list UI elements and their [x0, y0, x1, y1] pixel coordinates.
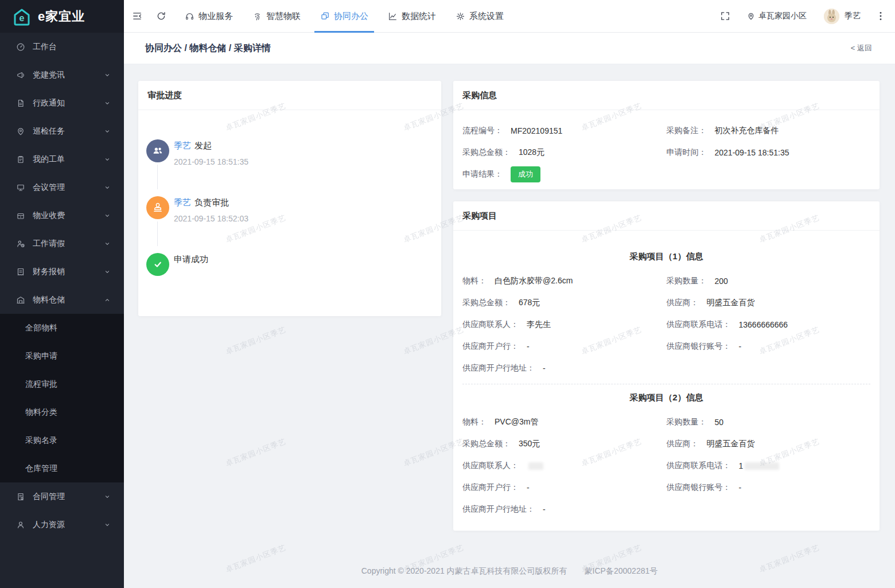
tab-statistics[interactable]: 数据统计	[387, 0, 437, 33]
sidebar-item-label: 物料仓储	[33, 295, 103, 305]
chevron-down-icon	[103, 155, 111, 163]
sidebar-item-label: 会议管理	[33, 182, 103, 193]
field-label: 采购备注：	[667, 126, 707, 136]
headset-icon	[185, 11, 194, 21]
chevron-down-icon	[103, 268, 111, 276]
stats-icon	[388, 11, 398, 21]
field-label: 供应商开户行：	[462, 341, 519, 352]
sidebar-subitem-purchase-request[interactable]: 采购申请	[0, 342, 124, 370]
field-item-amount: 采购总金额： 350元	[462, 433, 667, 455]
warehouse-icon	[16, 295, 25, 305]
purchase-info-card: 采购信息 流程编号： MF202109151 采购备注： 初次补充仓库备件 采购…	[453, 81, 880, 189]
sidebar-item-meeting[interactable]: 会议管理	[0, 173, 124, 201]
tab-label: 协同办公	[334, 11, 368, 22]
community-selector[interactable]: 卓瓦家园小区	[746, 11, 807, 21]
fullscreen-icon[interactable]	[720, 11, 730, 21]
tab-smart-iot[interactable]: 智慧物联	[251, 0, 302, 33]
item-section-title: 采购项目（2）信息	[453, 392, 880, 403]
chevron-down-icon	[103, 521, 111, 529]
users-icon	[146, 139, 169, 162]
sidebar-item-workorder[interactable]: 我的工单	[0, 145, 124, 173]
sidebar-menu: 工作台 党建党讯 行政通知 巡检任务 我的工单 会议管理	[0, 33, 124, 539]
sidebar-item-label: 行政通知	[33, 98, 103, 108]
sidebar-item-contract[interactable]: 合同管理	[0, 482, 124, 511]
field-label: 采购总金额：	[462, 298, 511, 308]
stamp-icon	[146, 196, 169, 219]
field-process-number: 流程编号： MF202109151	[462, 120, 667, 142]
approval-timeline: 季艺发起 2021-09-15 18:51:35 季艺负责审批 2021-09-…	[138, 110, 441, 266]
sidebar-item-admin-notice[interactable]: 行政通知	[0, 89, 124, 117]
redacted-blur	[528, 462, 543, 470]
field-label: 申请时间：	[667, 147, 707, 158]
approver-name-link[interactable]: 季艺	[174, 197, 191, 207]
sidebar-subitem-approval-flow[interactable]: 流程审批	[0, 370, 124, 398]
sidebar-item-reimburse[interactable]: 财务报销	[0, 258, 124, 286]
chevron-down-icon	[103, 127, 111, 135]
field-label: 供应商联系人：	[462, 461, 519, 471]
tab-collaboration[interactable]: 协同办公	[319, 0, 369, 33]
sidebar-subitem-warehouse-mgmt[interactable]: 仓库管理	[0, 454, 124, 482]
field-supplier-contact: 供应商联系人：	[462, 455, 667, 477]
field-label: 申请结果：	[462, 169, 503, 180]
purchase-items-card: 采购项目 采购项目（1）信息 物料： 白色防水胶带@2.6cm 采购数量： 20…	[453, 201, 880, 531]
watermark-text: 卓瓦家园小区季艺	[224, 437, 287, 469]
purchase-info-fields: 流程编号： MF202109151 采购备注： 初次补充仓库备件 采购总金额： …	[453, 110, 880, 185]
field-supplier-bank: 供应商开户行： -	[462, 336, 667, 357]
field-value: 2021-09-15 18:51:35	[715, 148, 789, 157]
item-2-fields: 物料： PVC@3m管 采购数量： 50 采购总金额： 350元 供应商： 明盛…	[453, 403, 880, 520]
redacted-blur	[745, 462, 779, 470]
kebab-menu-icon[interactable]	[875, 11, 886, 21]
sidebar-item-inspection[interactable]: 巡检任务	[0, 117, 124, 145]
meeting-icon	[16, 183, 25, 192]
field-material: 物料： PVC@3m管	[462, 411, 667, 433]
field-value: 1	[739, 461, 744, 470]
approver-name-link[interactable]: 季艺	[174, 141, 191, 150]
breadcrumb: 协同办公 / 物料仓储 / 采购详情	[145, 42, 271, 54]
field-label: 采购数量：	[667, 417, 707, 427]
field-value: 明盛五金百货	[707, 439, 755, 449]
field-supplier-contact: 供应商联系人： 李先生	[462, 314, 667, 336]
chevron-down-icon	[103, 240, 111, 248]
refresh-icon[interactable]	[156, 11, 166, 21]
sidebar: e e家宜业 工作台 党建党讯 行政通知 巡检任务 我的工单	[0, 0, 124, 588]
field-item-amount: 采购总金额： 678元	[462, 292, 667, 314]
sidebar-item-leave[interactable]: 工作请假	[0, 229, 124, 258]
user-menu[interactable]: 季艺	[824, 9, 861, 24]
sidebar-item-materials[interactable]: 物料仓储	[0, 286, 124, 314]
menu-fold-icon[interactable]	[132, 11, 142, 21]
field-label: 供应商：	[667, 439, 699, 449]
sidebar-item-label: 工作台	[33, 42, 111, 52]
sidebar-submenu-materials: 全部物料 采购申请 流程审批 物料分类 采购名录 仓库管理	[0, 314, 124, 482]
workorder-icon	[16, 155, 25, 164]
sidebar-subitem-purchase-catalog[interactable]: 采购名录	[0, 426, 124, 454]
leave-icon	[16, 239, 25, 248]
breadcrumb-bar: 协同办公 / 物料仓储 / 采购详情 < 返回	[124, 33, 895, 64]
field-supplier: 供应商： 明盛五金百货	[667, 292, 871, 314]
sidebar-item-party-news[interactable]: 党建党讯	[0, 61, 124, 89]
step-action: 负责审批	[194, 197, 229, 207]
sidebar-subitem-all-materials[interactable]: 全部物料	[0, 314, 124, 342]
tab-settings[interactable]: 系统设置	[454, 0, 505, 33]
field-value: -	[543, 505, 546, 514]
back-button[interactable]: < 返回	[851, 43, 872, 53]
field-label: 采购总金额：	[462, 147, 511, 158]
field-material: 物料： 白色防水胶带@2.6cm	[462, 270, 667, 292]
sidebar-subitem-material-category[interactable]: 物料分类	[0, 398, 124, 426]
field-quantity: 采购数量： 200	[667, 270, 871, 292]
iot-icon	[252, 11, 262, 21]
sidebar-item-hr[interactable]: 人力资源	[0, 511, 124, 539]
field-supplier-bank: 供应商开户行： -	[462, 477, 667, 499]
field-supplier-bank-address: 供应商开户行地址： -	[462, 499, 667, 520]
field-purchase-remark: 采购备注： 初次补充仓库备件	[667, 120, 871, 142]
field-label: 供应商银行账号：	[667, 482, 731, 493]
field-apply-time: 申请时间： 2021-09-15 18:51:35	[667, 142, 871, 163]
sidebar-item-workbench[interactable]: 工作台	[0, 33, 124, 61]
card-title: 采购项目	[453, 201, 880, 231]
tab-property-service[interactable]: 物业服务	[184, 0, 234, 33]
field-value: -	[739, 342, 742, 351]
main-area: 物业服务 智慧物联 协同办公 数据统计 系统设置	[124, 0, 895, 588]
field-supplier: 供应商： 明盛五金百货	[667, 433, 871, 455]
app-logo[interactable]: e e家宜业	[0, 0, 124, 33]
sidebar-item-property-fee[interactable]: 物业收费	[0, 201, 124, 229]
field-quantity: 采购数量： 50	[667, 411, 871, 433]
